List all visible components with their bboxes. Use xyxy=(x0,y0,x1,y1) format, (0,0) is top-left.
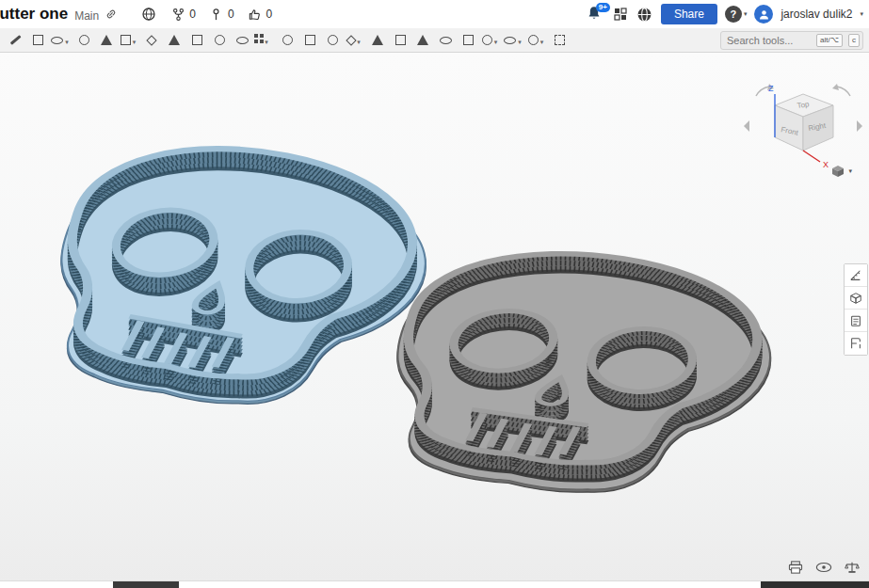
tool-sweep-button[interactable] xyxy=(72,29,95,52)
view-settings-menu[interactable]: ▾ xyxy=(830,164,852,179)
search-tools: alt/⌥ c xyxy=(720,31,863,50)
public-globe-icon[interactable] xyxy=(140,6,157,23)
tool-section-view-button[interactable] xyxy=(525,29,548,52)
clipboard-icon xyxy=(849,314,862,327)
likes-count: 0 xyxy=(266,8,273,21)
boolean-icon xyxy=(328,35,338,45)
tool-sketch-button[interactable] xyxy=(4,29,26,52)
thumbs-up-icon xyxy=(247,6,264,23)
draft-icon xyxy=(169,35,180,45)
share-button[interactable]: Share xyxy=(661,4,717,24)
tool-boolean-button[interactable] xyxy=(321,29,344,52)
tool-chamfer-button[interactable] xyxy=(140,29,163,52)
bottom-bar xyxy=(0,580,869,588)
right-tool-strip xyxy=(844,263,868,356)
mirror-icon xyxy=(305,35,315,45)
cube-icon xyxy=(830,164,845,179)
tool-linear-pattern-button[interactable] xyxy=(253,29,276,52)
view-settings-chevron-icon: ▾ xyxy=(848,167,852,175)
tool-revolve-button[interactable] xyxy=(49,29,72,52)
printer-button[interactable] xyxy=(786,560,805,575)
pin-count: 0 xyxy=(228,8,234,21)
revolve-icon xyxy=(51,37,63,44)
fillet-icon xyxy=(121,35,131,45)
tool-delete-part-button[interactable] xyxy=(389,29,411,52)
rotate-ccw-arrow[interactable] xyxy=(756,87,769,96)
apps-grid-icon[interactable] xyxy=(612,6,629,23)
sketch-icon xyxy=(9,35,21,44)
branch-label[interactable]: Main xyxy=(74,9,99,23)
circular-pattern-icon xyxy=(282,35,293,45)
scale-icon xyxy=(845,561,860,575)
tool-fillet-button[interactable] xyxy=(118,29,140,52)
chamfer-icon xyxy=(146,35,156,45)
help-icon: ? xyxy=(725,6,742,23)
help-menu[interactable]: ? ▾ xyxy=(725,6,748,23)
bottom-bar-right-segment[interactable] xyxy=(761,581,869,588)
x-axis-label: X xyxy=(823,160,829,169)
sweep-icon xyxy=(79,35,89,45)
loft-icon xyxy=(101,35,112,45)
eye-icon xyxy=(815,562,832,573)
z-axis-label: Z xyxy=(768,84,774,93)
rotate-left-arrow[interactable] xyxy=(744,120,749,132)
document-bar: cutter one Main 0 0 0 xyxy=(0,0,869,28)
hole-icon xyxy=(236,37,249,44)
tool-move-face-button[interactable] xyxy=(411,29,434,52)
named-views-button[interactable] xyxy=(845,264,867,287)
tool-circular-pattern-button[interactable] xyxy=(276,29,298,52)
fork-icon xyxy=(169,6,186,23)
x-axis xyxy=(803,151,820,162)
tool-display-mode-button[interactable] xyxy=(502,29,525,52)
part-skull-cutter-blue[interactable] xyxy=(0,123,464,428)
tool-thicken-button[interactable] xyxy=(457,29,479,52)
section-eye-button[interactable] xyxy=(814,560,833,575)
tool-loft-button[interactable] xyxy=(95,29,118,52)
learning-globe-icon[interactable] xyxy=(636,6,653,23)
transform-icon xyxy=(372,35,383,45)
shell-icon xyxy=(215,35,225,45)
move-face-icon xyxy=(417,35,428,45)
notification-badge: 9+ xyxy=(596,3,610,12)
printer-icon xyxy=(788,561,803,574)
graphics-area[interactable]: Top Front Right Z X ▾ xyxy=(0,53,869,580)
caliper-icon xyxy=(849,337,862,350)
avatar[interactable] xyxy=(754,5,773,24)
pin-icon xyxy=(208,6,225,23)
tool-mirror-button[interactable] xyxy=(298,29,321,52)
onshape-window: cutter one Main 0 0 0 xyxy=(0,0,869,588)
tool-offset-surface-button[interactable] xyxy=(434,29,457,52)
feature-toolbar: alt/⌥ c xyxy=(0,28,869,53)
display-box-button[interactable] xyxy=(845,287,867,310)
zoom-to-fit-icon xyxy=(555,35,565,45)
fork-count: 0 xyxy=(189,8,196,21)
tool-rib-button[interactable] xyxy=(185,29,208,52)
user-name[interactable]: jaroslav dulik2 xyxy=(780,8,852,21)
bottom-bar-tab-segment[interactable] xyxy=(113,581,179,588)
tool-split-button[interactable] xyxy=(344,29,366,52)
delete-part-icon xyxy=(395,35,406,45)
tool-appearance-button[interactable] xyxy=(479,29,502,52)
rotate-cw-arrow[interactable] xyxy=(837,87,850,96)
rotate-right-arrow[interactable] xyxy=(857,120,862,132)
tool-hole-button[interactable] xyxy=(231,29,253,52)
notes-button[interactable] xyxy=(845,310,867,332)
shortcut-key-c: c xyxy=(848,34,860,47)
tool-shell-button[interactable] xyxy=(208,29,231,52)
link-icon[interactable] xyxy=(103,6,120,23)
rib-icon xyxy=(192,35,202,45)
tool-draft-button[interactable] xyxy=(163,29,185,52)
display-mode-icon xyxy=(504,37,516,44)
rotate-cw-arrowhead xyxy=(832,84,839,90)
fork-stat[interactable]: 0 xyxy=(169,6,196,23)
tool-zoom-to-fit-button[interactable] xyxy=(548,29,571,52)
tool-extrude-button[interactable] xyxy=(26,29,49,52)
measure-tools-button[interactable] xyxy=(845,332,867,355)
user-chevron-down-icon[interactable]: ▾ xyxy=(860,10,863,18)
notifications-button[interactable]: 9+ xyxy=(586,5,604,24)
likes-stat[interactable]: 0 xyxy=(247,6,273,23)
chevron-down-icon: ▾ xyxy=(744,10,748,18)
tool-transform-button[interactable] xyxy=(366,29,389,52)
pin-stat[interactable]: 0 xyxy=(208,6,234,23)
mass-properties-button[interactable] xyxy=(843,560,861,575)
